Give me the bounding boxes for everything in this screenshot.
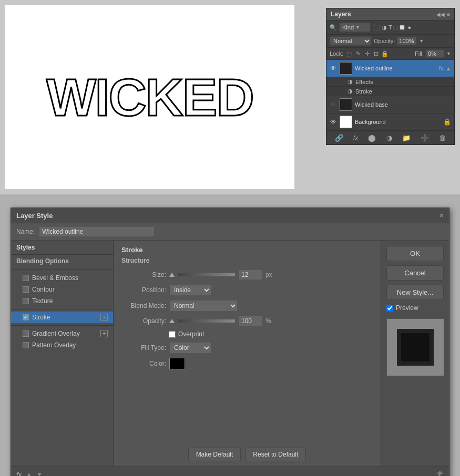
blend-mode-select[interactable]: Normal <box>330 36 372 46</box>
type-filter-icon[interactable]: T <box>389 24 392 31</box>
delete-layer-icon[interactable]: 🗑 <box>439 134 446 142</box>
contour-checkbox[interactable] <box>23 286 29 293</box>
styles-header: Styles <box>11 241 113 255</box>
style-item-pattern-overlay[interactable]: Pattern Overlay <box>11 339 113 351</box>
size-unit: px <box>265 271 272 278</box>
collapse-icon[interactable]: ◀◀ <box>436 12 445 17</box>
lock-transparent-icon[interactable]: ⬚ <box>345 50 353 57</box>
layer-item-wicked-base[interactable]: 👁 Wicked base <box>326 96 454 113</box>
style-item-stroke[interactable]: Stroke + <box>11 312 113 323</box>
fill-input[interactable] <box>426 49 444 58</box>
search-icon: 🔍 <box>330 24 337 31</box>
gradient-add-button[interactable]: + <box>100 330 108 337</box>
position-row: Position: Inside Outside Center <box>121 284 373 296</box>
fill-label: Fill: <box>415 50 424 57</box>
pixel-filter-icon[interactable]: ⬛ <box>373 24 380 31</box>
opacity-slider[interactable] <box>178 319 236 323</box>
lock-move-icon[interactable]: ✛ <box>363 50 371 57</box>
adjust-filter-icon[interactable]: ◑ <box>382 24 387 31</box>
blend-mode-select-stroke[interactable]: Normal Multiply Screen <box>169 300 238 312</box>
layer-item-background[interactable]: 👁 Background 🔒 <box>326 113 454 131</box>
layer-style-dialog: Layer Style × Name: Styles Blending Opti… <box>11 208 449 476</box>
gradient-overlay-checkbox[interactable] <box>23 330 29 337</box>
layer-name-background: Background <box>355 119 441 125</box>
fill-dropdown-arrow[interactable]: ▼ <box>446 51 451 56</box>
dialog-close-button[interactable]: × <box>439 211 444 220</box>
cancel-button[interactable]: Cancel <box>386 265 444 281</box>
overprint-checkbox[interactable] <box>169 331 176 338</box>
opacity-input[interactable] <box>397 37 417 45</box>
layer-item-wicked-outline[interactable]: 👁 Wicked outline fx ▲ <box>326 60 454 77</box>
stroke-checkbox[interactable] <box>23 314 29 320</box>
bevel-checkbox[interactable] <box>23 275 29 281</box>
layer-effects-item[interactable]: ◑ Effects <box>326 77 454 87</box>
kind-select[interactable]: Kind ▼ <box>339 23 371 32</box>
position-select[interactable]: Inside Outside Center <box>169 284 211 296</box>
style-item-contour[interactable]: Contour <box>11 284 113 295</box>
size-slider[interactable] <box>178 273 236 277</box>
style-item-bevel[interactable]: Bevel & Emboss <box>11 272 113 284</box>
overprint-row: Overprint <box>121 330 373 338</box>
pattern-overlay-checkbox[interactable] <box>23 342 29 348</box>
size-row: Size: px <box>121 270 373 280</box>
footer-delete-icon[interactable]: 🗑 <box>436 470 444 476</box>
preview-inner <box>397 329 434 366</box>
link-layers-icon[interactable]: 🔗 <box>335 134 343 142</box>
panel-menu-icon[interactable]: ≡ <box>447 12 450 17</box>
kind-label: Kind <box>342 24 354 30</box>
effects-eye-icon[interactable]: ◑ <box>347 78 353 85</box>
style-item-gradient-overlay[interactable]: Gradient Overlay + <box>11 328 113 339</box>
lock-paint-icon[interactable]: ✎ <box>354 50 362 57</box>
new-group-icon[interactable]: 📁 <box>402 134 411 142</box>
smart-filter-icon[interactable]: 🔲 <box>398 24 406 31</box>
layers-footer: 🔗 fx ⬤ ◑ 📁 ➕ 🗑 <box>326 131 454 144</box>
layer-visibility-background[interactable]: 👁 <box>330 118 337 126</box>
new-adj-layer-icon[interactable]: ◑ <box>386 134 392 142</box>
footer-down-arrow[interactable]: ▼ <box>36 471 43 476</box>
overprint-label: Overprint <box>178 330 204 338</box>
layer-name-wicked-outline: Wicked outline <box>355 65 436 71</box>
layer-fx-icon[interactable]: fx <box>439 66 443 71</box>
layer-expand-icon[interactable]: ▲ <box>446 66 451 71</box>
shape-filter-icon[interactable]: □ <box>394 24 397 31</box>
size-input[interactable] <box>239 270 262 280</box>
layer-name-input[interactable] <box>39 226 155 237</box>
texture-checkbox[interactable] <box>23 298 29 304</box>
effects-label: Effects <box>355 79 373 85</box>
lock-artboard-icon[interactable]: ⊡ <box>372 50 380 57</box>
dot-filter-icon[interactable]: ● <box>407 24 411 31</box>
position-label: Position: <box>121 286 166 294</box>
layers-blend-row: Normal Opacity: ▼ <box>326 35 454 48</box>
texture-label: Texture <box>32 297 53 305</box>
size-slider-handle[interactable] <box>169 273 175 277</box>
dialog-main: Stroke Structure Size: px Position: Insi… <box>114 241 381 467</box>
color-label: Color: <box>121 360 166 367</box>
lock-all-icon[interactable]: 🔒 <box>381 50 389 57</box>
new-style-button[interactable]: New Style... <box>386 285 444 300</box>
new-fill-layer-icon[interactable]: ⬤ <box>368 134 376 142</box>
color-swatch[interactable] <box>169 358 185 369</box>
layer-visibility-wicked-base[interactable]: 👁 <box>330 101 337 108</box>
add-fx-icon[interactable]: fx <box>353 134 358 142</box>
opacity-input-stroke[interactable] <box>239 316 262 326</box>
footer-fx-label: fx <box>16 471 22 477</box>
ok-button[interactable]: OK <box>386 246 444 261</box>
style-item-texture[interactable]: Texture <box>11 295 113 307</box>
reset-to-default-button[interactable]: Reset to Default <box>245 448 306 461</box>
fill-type-select[interactable]: Color Gradient Pattern <box>169 342 211 354</box>
preview-checkbox[interactable] <box>386 305 393 312</box>
stroke-eye-icon[interactable]: ◑ <box>347 88 353 95</box>
make-default-button[interactable]: Make Default <box>188 448 241 461</box>
stroke-label: Stroke <box>32 314 50 321</box>
opacity-dropdown-arrow[interactable]: ▼ <box>419 38 424 44</box>
opacity-label: Opacity: <box>374 38 395 44</box>
opacity-slider-handle[interactable] <box>169 319 175 323</box>
blending-options-item[interactable]: Blending Options <box>11 255 113 267</box>
dialog-name-row: Name: <box>11 223 449 241</box>
layer-stroke-item[interactable]: ◑ Stroke <box>326 87 454 96</box>
footer-up-arrow[interactable]: ▲ <box>26 471 32 476</box>
new-layer-icon[interactable]: ➕ <box>421 134 429 142</box>
layer-visibility-wicked-outline[interactable]: 👁 <box>330 65 337 72</box>
stroke-add-button[interactable]: + <box>100 314 108 321</box>
layer-name-wicked-base: Wicked base <box>355 101 451 108</box>
